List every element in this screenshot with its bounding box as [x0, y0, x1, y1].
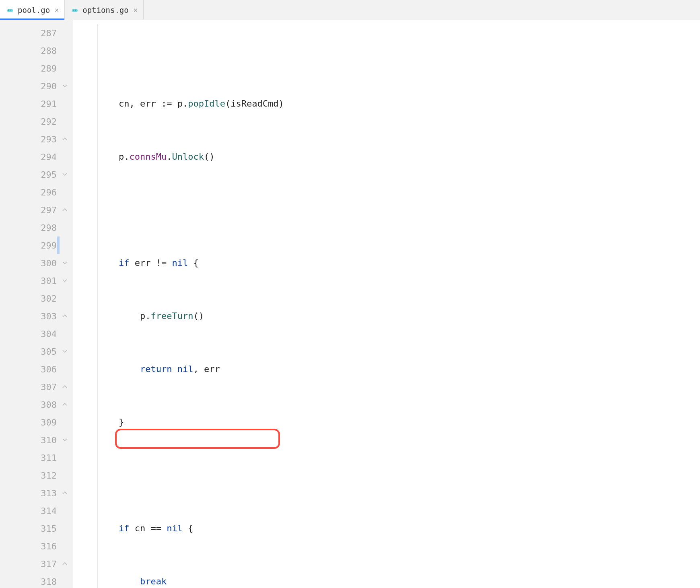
close-icon[interactable]: × [53, 6, 59, 14]
gutter-line: 305 [0, 343, 73, 360]
svg-point-2 [8, 10, 9, 10]
line-number: 290 [29, 81, 57, 91]
editor-area: 2872882892902912922932942952962972982993… [0, 20, 700, 588]
line-number: 314 [29, 506, 57, 516]
line-number: 304 [29, 329, 57, 339]
gutter-line: 302 [0, 290, 73, 307]
gutter-line: 291 [0, 95, 73, 113]
gutter-line: 288 [0, 42, 73, 60]
editor-tabs: pool.go × options.go × [0, 0, 700, 20]
line-number: 309 [29, 417, 57, 428]
line-number: 308 [29, 400, 57, 410]
line-number: 294 [29, 152, 57, 162]
fold-collapse-icon[interactable] [62, 207, 68, 213]
fold-expand-icon[interactable] [62, 437, 68, 443]
gutter-line: 295 [0, 166, 73, 183]
fold-collapse-icon[interactable] [62, 384, 68, 390]
line-number: 288 [29, 46, 57, 56]
gutter-line: 292 [0, 113, 73, 130]
gutter-line: 306 [0, 360, 73, 378]
gutter-line: 303 [0, 307, 73, 325]
gutter-line: 308 [0, 396, 73, 413]
fold-expand-icon[interactable] [62, 172, 68, 177]
fold-collapse-icon[interactable] [62, 136, 68, 142]
fold-expand-icon[interactable] [62, 278, 68, 284]
gutter-line: 316 [0, 537, 73, 555]
gutter-line: 317 [0, 555, 73, 573]
line-number: 291 [29, 99, 57, 109]
gutter-line: 290 [0, 77, 73, 95]
line-number: 312 [29, 471, 57, 481]
line-number: 293 [29, 134, 57, 144]
gutter-line: 296 [0, 183, 73, 201]
line-number: 317 [29, 559, 57, 569]
line-number: 313 [29, 488, 57, 498]
line-number: 296 [29, 187, 57, 197]
svg-point-7 [75, 10, 76, 10]
gutter: 2872882892902912922932942952962972982993… [0, 20, 73, 588]
gutter-line: 301 [0, 272, 73, 290]
tab-pool-go[interactable]: pool.go × [0, 0, 65, 20]
fold-expand-icon[interactable] [62, 349, 68, 354]
gutter-line: 315 [0, 520, 73, 537]
line-number: 292 [29, 117, 57, 127]
line-number: 307 [29, 382, 57, 392]
annotation-highlight [115, 429, 280, 449]
gutter-line: 297 [0, 201, 73, 219]
indent-guide [97, 24, 98, 588]
gutter-line: 300 [0, 254, 73, 272]
gutter-line: 293 [0, 130, 73, 148]
tab-label: pool.go [18, 6, 50, 14]
line-number: 311 [29, 453, 57, 463]
gutter-line: 311 [0, 449, 73, 467]
tab-options-go[interactable]: options.go × [65, 0, 144, 20]
gutter-line: 313 [0, 484, 73, 502]
gutter-line: 299 [0, 236, 73, 254]
line-number: 289 [29, 64, 57, 74]
line-number: 297 [29, 205, 57, 215]
line-number: 303 [29, 311, 57, 321]
svg-point-6 [73, 10, 74, 10]
gutter-line: 287 [0, 24, 73, 42]
line-number: 316 [29, 541, 57, 551]
line-number: 310 [29, 435, 57, 445]
line-number: 287 [29, 28, 57, 38]
line-number: 300 [29, 258, 57, 268]
line-number: 299 [29, 241, 57, 251]
caret-line-marker [57, 236, 60, 254]
gutter-line: 289 [0, 60, 73, 77]
svg-point-3 [10, 10, 11, 10]
line-number: 301 [29, 276, 57, 286]
gutter-line: 304 [0, 325, 73, 343]
line-number: 315 [29, 524, 57, 534]
fold-collapse-icon[interactable] [62, 490, 68, 496]
line-number: 318 [29, 577, 57, 587]
close-icon[interactable]: × [132, 6, 138, 14]
gutter-line: 312 [0, 467, 73, 484]
line-number: 306 [29, 364, 57, 374]
line-number: 302 [29, 294, 57, 304]
fold-collapse-icon[interactable] [62, 313, 68, 319]
fold-collapse-icon[interactable] [62, 561, 68, 567]
line-number: 298 [29, 223, 57, 233]
go-file-icon [6, 6, 14, 14]
gutter-line: 307 [0, 378, 73, 396]
gutter-line: 294 [0, 148, 73, 166]
gutter-line: 298 [0, 219, 73, 236]
fold-collapse-icon[interactable] [62, 402, 68, 407]
go-file-icon [70, 6, 79, 14]
gutter-line: 309 [0, 413, 73, 431]
line-number: 305 [29, 347, 57, 357]
code-area[interactable]: cn, err := p.popIdle(isReadCmd) p.connsM… [73, 20, 700, 588]
fold-expand-icon[interactable] [62, 83, 68, 89]
line-number: 295 [29, 170, 57, 180]
gutter-line: 310 [0, 431, 73, 449]
gutter-line: 314 [0, 502, 73, 520]
svg-point-5 [74, 9, 78, 12]
svg-point-1 [10, 9, 13, 12]
fold-expand-icon[interactable] [62, 260, 68, 266]
gutter-line: 318 [0, 573, 73, 588]
tab-label: options.go [82, 6, 128, 14]
